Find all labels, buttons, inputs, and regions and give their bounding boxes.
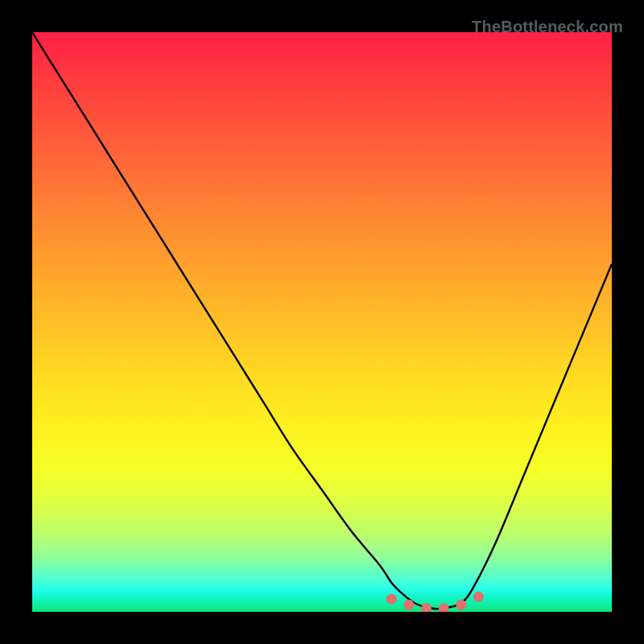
plot-area <box>32 32 612 612</box>
minimum-marker <box>386 594 397 605</box>
watermark-text: TheBottleneck.com <box>472 18 623 36</box>
curve-path <box>32 32 612 609</box>
minimum-marker <box>439 603 449 612</box>
chart-frame: TheBottleneck.com <box>16 16 628 628</box>
minimum-marker <box>404 600 415 610</box>
minimum-marker <box>421 603 431 612</box>
minimum-marker <box>473 592 484 602</box>
bottleneck-curve <box>32 32 612 612</box>
minimum-marker <box>456 600 466 610</box>
